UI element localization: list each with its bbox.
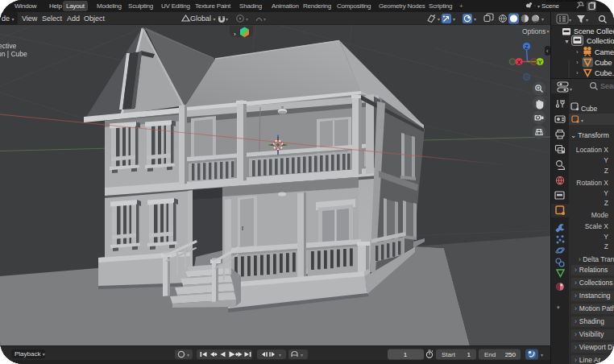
svg-text:›: ›: [576, 59, 579, 66]
svg-text:Z: Z: [525, 44, 529, 50]
svg-text:on | Cube: on | Cube: [0, 50, 27, 58]
svg-text:▾: ▾: [187, 353, 189, 358]
svg-text:250: 250: [505, 351, 517, 358]
svg-text:›: ›: [234, 31, 236, 38]
svg-text:Sear: Sear: [600, 82, 614, 90]
svg-text:›: ›: [576, 48, 579, 56]
svg-text:▼: ▼: [564, 39, 570, 44]
svg-text:End: End: [484, 351, 496, 358]
svg-text:Start: Start: [442, 351, 456, 358]
svg-text:▾: ▾: [570, 87, 572, 92]
svg-text:▾: ▾: [541, 17, 544, 22]
svg-text:Options: Options: [522, 27, 546, 35]
svg-text:1: 1: [467, 351, 471, 358]
svg-text:▾: ▾: [541, 353, 543, 358]
svg-text:›: ›: [576, 69, 579, 77]
svg-text:Cube.0C: Cube.0C: [595, 69, 614, 77]
svg-text:▾: ▾: [263, 17, 266, 22]
svg-text:▾: ▾: [226, 17, 228, 22]
svg-text:Y: Y: [538, 60, 542, 65]
svg-text:▾: ▾: [438, 17, 440, 22]
svg-text:▾: ▾: [557, 304, 560, 310]
svg-text:▾: ▾: [586, 18, 588, 23]
svg-text:Scene Collectio: Scene Collectio: [574, 27, 614, 35]
svg-text:Collection: Collection: [587, 37, 614, 45]
svg-text:1: 1: [404, 351, 408, 358]
svg-text:Cube: Cube: [595, 59, 612, 67]
svg-text:▾: ▾: [453, 17, 455, 22]
svg-text:▾: ▾: [547, 29, 550, 34]
svg-text:▾: ▾: [581, 118, 583, 123]
svg-text:▾: ▾: [279, 353, 281, 358]
svg-text:▾: ▾: [537, 4, 540, 9]
svg-text:Camera: Camera: [595, 48, 614, 56]
svg-text:▾: ▾: [474, 17, 476, 22]
svg-text:X: X: [517, 60, 521, 65]
svg-text:▾: ▾: [246, 17, 248, 22]
svg-text:▾: ▾: [569, 18, 571, 23]
svg-text:ective: ective: [0, 42, 16, 50]
svg-text:▾: ▾: [301, 353, 303, 358]
